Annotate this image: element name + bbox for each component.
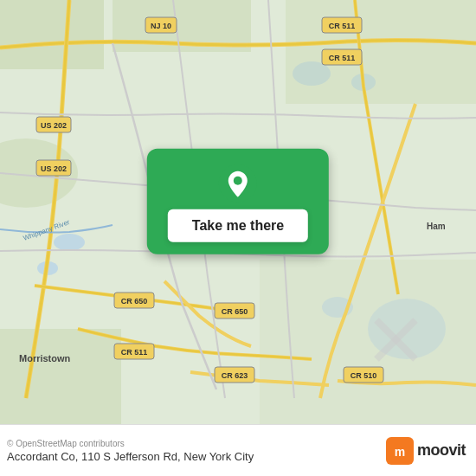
svg-text:US 202: US 202 xyxy=(41,164,67,173)
bottom-bar: © OpenStreetMap contributors Accordant C… xyxy=(0,424,476,476)
svg-text:CR 650: CR 650 xyxy=(121,297,148,306)
take-me-there-button[interactable]: Take me there xyxy=(168,209,308,242)
svg-text:US 202: US 202 xyxy=(41,121,67,130)
bottom-info: © OpenStreetMap contributors Accordant C… xyxy=(7,439,386,463)
svg-rect-10 xyxy=(286,0,476,104)
svg-rect-11 xyxy=(0,329,121,424)
svg-text:CR 510: CR 510 xyxy=(351,371,377,380)
osm-credit: © OpenStreetMap contributors xyxy=(7,439,386,448)
svg-text:NJ 10: NJ 10 xyxy=(151,22,171,30)
map-pin-container: Take me there xyxy=(147,149,329,254)
location-pin-icon xyxy=(219,164,257,203)
svg-text:CR 650: CR 650 xyxy=(222,307,248,316)
svg-text:CR 511: CR 511 xyxy=(329,22,356,30)
svg-text:Ham: Ham xyxy=(427,222,446,231)
svg-text:CR 623: CR 623 xyxy=(222,371,248,380)
svg-text:CR 511: CR 511 xyxy=(329,54,356,62)
svg-point-1 xyxy=(54,234,85,251)
svg-text:CR 511: CR 511 xyxy=(121,348,148,357)
svg-text:m: m xyxy=(395,445,405,459)
moovit-text: moovit xyxy=(417,441,466,460)
svg-rect-12 xyxy=(260,260,476,424)
button-overlay: Take me there xyxy=(147,149,329,254)
moovit-logo: m moovit xyxy=(386,437,466,465)
svg-text:Morristown: Morristown xyxy=(19,353,71,363)
address-text: Accordant Co, 110 S Jefferson Rd, New Yo… xyxy=(7,450,386,463)
map-container: NJ 10 US 202 US 202 CR 511 CR 511 CR 650… xyxy=(0,0,476,424)
svg-point-39 xyxy=(234,177,242,185)
svg-rect-7 xyxy=(0,0,104,69)
moovit-icon: m xyxy=(386,437,414,465)
